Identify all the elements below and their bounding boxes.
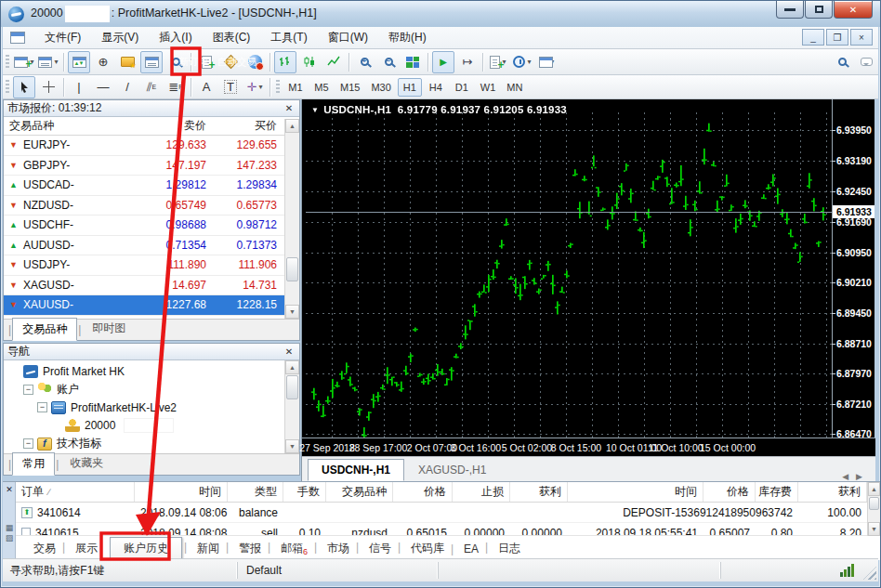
terminal-toggle[interactable] [140,51,163,73]
menu-item[interactable]: 窗口(W) [318,27,378,48]
menu-item[interactable]: 显示(V) [91,27,149,48]
market-watch-tab[interactable]: 即时图 [82,317,136,340]
close-button[interactable]: ✕ [834,1,873,19]
terminal-column-header[interactable]: 价格 [393,482,453,502]
menu-item[interactable]: 插入(I) [149,27,202,48]
community-chat-button[interactable] [855,51,877,73]
scroll-down-icon[interactable]: ▼ [285,439,299,453]
line-chart-button[interactable] [322,51,345,73]
tree-expander-icon[interactable]: − [23,385,33,395]
tree-item[interactable]: − ProfitMarketHK-Live2 [4,399,299,417]
tree-item[interactable]: Profit Market HK [4,362,299,381]
chart-canvas[interactable] [306,99,832,438]
status-profile[interactable]: Default [246,564,282,577]
menu-item[interactable]: 文件(F) [34,27,91,48]
close-icon[interactable]: ✕ [283,346,296,357]
child-close-button[interactable]: × [850,29,873,46]
zoom-out-button[interactable]: − [377,51,400,73]
periods-button[interactable]: ▾ [511,51,533,73]
market-watch-row[interactable]: NZDUSD- 0.65749 0.65773 [4,196,299,216]
terminal-column-header[interactable]: 止损 [453,482,510,502]
resize-grip[interactable] [863,567,876,580]
market-watch-row[interactable]: USDCHF- 0.98688 0.98712 [4,216,299,236]
timeframe-button[interactable]: W1 [476,78,501,97]
price-axis[interactable]: 6.939506.931906.924506.916906.909506.902… [832,99,875,438]
timeframe-button[interactable]: H1 [398,78,422,97]
terminal-tab[interactable]: 展示 [67,538,106,559]
time-axis[interactable]: 27 Sep 201828 Sep 17:002 Oct 07:003 Oct … [302,438,875,456]
terminal-column-header[interactable]: 手数 [283,482,326,502]
tab-scroll-left-icon[interactable]: ◀ [842,472,848,481]
terminal-tab[interactable]: 信号 [361,538,400,559]
navigator-tab[interactable]: 常用 [12,452,55,476]
chart-tab[interactable]: USDCNH-,H1 [308,459,404,481]
scroll-down-icon[interactable]: ▼ [868,522,880,536]
terminal-tab[interactable]: 账户历史 [110,537,182,560]
new-chart-button[interactable]: +▾ [13,51,35,73]
child-minimize-button[interactable]: _ [802,29,824,46]
data-window-button[interactable]: ⊕ [92,51,114,73]
terminal-tab[interactable]: EA [455,540,487,558]
market-watch-row[interactable]: XAGUSD- 14.697 14.731 [4,276,299,296]
terminal-column-header[interactable]: 价格 [703,482,756,502]
vertical-line-tool[interactable]: | [68,76,90,98]
terminal-column-header[interactable]: 库存费 [756,482,798,502]
chart-tab[interactable]: XAGUSD-,H1 [404,459,500,481]
market-watch-row[interactable]: USDCAD- 1.29812 1.29834 [4,176,299,196]
arrows-tool[interactable]: ✛▾ [243,76,266,98]
timeframe-button[interactable]: H4 [424,78,448,97]
market-watch-scrollbar[interactable]: ▲ ▼ [284,119,299,319]
column-bid[interactable]: 卖价 [121,118,212,134]
horizontal-line-tool[interactable]: — [92,76,114,98]
terminal-column-header[interactable]: 类型 [228,482,283,502]
tree-item[interactable]: − 账户 [4,381,299,399]
tree-item[interactable]: − 技术指标 [4,435,299,453]
market-watch-row[interactable]: EURJPY- 129.633 129.655 [4,136,299,156]
menu-item[interactable]: 工具(T) [260,27,317,48]
restore-button[interactable] [805,1,833,19]
market-watch-row[interactable]: GBPJPY- 147.197 147.233 [4,156,299,176]
zoom-in-button[interactable]: + [353,51,375,73]
scroll-up-icon[interactable]: ▲ [285,119,299,133]
menu-item[interactable]: 图表(C) [203,27,261,48]
timeframe-button[interactable]: M5 [309,78,334,97]
scrollbar-thumb[interactable] [286,375,298,399]
terminal-tab[interactable]: 市场 [319,538,358,559]
tree-item[interactable]: 20000 [4,417,299,436]
toolbar-grip[interactable] [276,80,280,95]
chart-shift-button[interactable]: ↦ [456,51,479,73]
market-watch-toggle[interactable] [68,51,90,73]
terminal-tab[interactable]: 警报 [230,538,270,559]
terminal-tab[interactable]: 代码库 [402,538,453,559]
cursor-tool[interactable] [13,76,35,98]
text-label-tool[interactable]: T [219,76,242,98]
tile-windows-button[interactable] [401,51,424,73]
toolbar-grip[interactable] [6,80,9,95]
terminal-column-header[interactable]: 获利 [798,482,867,502]
timeframe-button[interactable]: M30 [366,78,395,97]
scroll-up-icon[interactable]: ▲ [868,482,880,496]
fibonacci-tool[interactable]: ≣F [164,76,187,98]
terminal-tab[interactable]: 新闻 [189,538,228,559]
scrollbar-thumb[interactable] [286,257,298,281]
search-button[interactable] [831,51,853,73]
terminal-order-row[interactable]: 34106152018.09.14 08:08:04sell0.10nzdusd… [16,523,867,536]
profiles-button[interactable]: ▾ [37,51,59,73]
auto-scroll-button[interactable]: ▶ [432,51,454,73]
timeframe-button[interactable]: M15 [335,78,364,97]
terminal-tab[interactable]: 交易 [25,538,64,559]
tab-scroll-right-icon[interactable]: ▶ [856,472,862,481]
candlestick-button[interactable] [298,51,321,73]
scroll-down-icon[interactable]: ▼ [285,305,299,319]
timeframe-button[interactable]: M1 [283,78,308,97]
trendline-tool[interactable]: / [116,76,138,98]
scroll-up-icon[interactable]: ▲ [285,360,299,374]
timeframe-button[interactable]: D1 [450,78,474,97]
menu-item[interactable]: 帮助(H) [378,27,437,48]
market-watch-row[interactable]: XAUUSD- 1227.68 1228.15 [4,295,299,316]
navigator-scrollbar[interactable]: ▲ ▼ [284,360,299,453]
bar-chart-button[interactable] [274,51,296,73]
column-symbol[interactable]: 交易品种 [4,118,121,134]
indicators-button[interactable]: +▾ [487,51,509,73]
terminal-tab[interactable]: 邮箱6 [272,538,316,559]
